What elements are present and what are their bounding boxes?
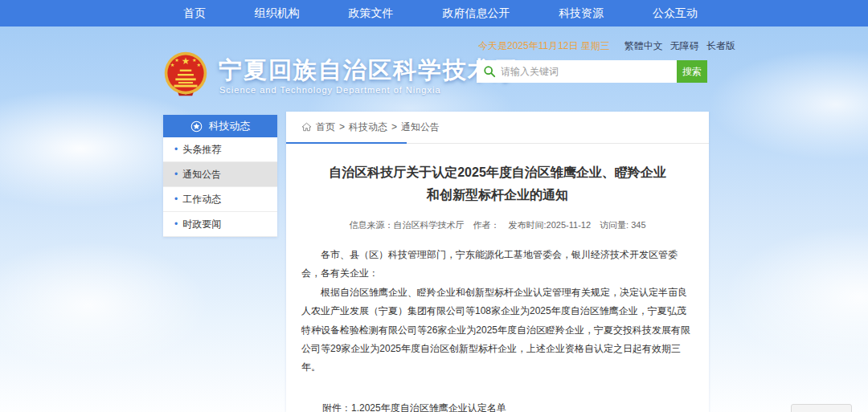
breadcrumb-home[interactable]: 首页 — [316, 120, 335, 134]
site-subtitle: Science and Technology Department of Nin… — [219, 85, 430, 95]
sidebar-item-label: 时政要闻 — [182, 218, 221, 231]
header-meta-row: 今天是2025年11月12日 星期三 繁體中文 无障碍 长者版 — [478, 39, 707, 53]
nav-item-sci-resources[interactable]: 科技资源 — [559, 6, 604, 21]
search-input[interactable] — [501, 66, 670, 77]
svg-text:★: ★ — [170, 62, 175, 67]
attachment-link-1[interactable]: 1.2025年度自治区雏鹰企业认定名单 — [351, 398, 535, 412]
attachments-list: 1.2025年度自治区雏鹰企业认定名单 2.2025年度自治区瞪羚企业认定名单 … — [351, 398, 535, 412]
search-bar: 搜索 — [477, 60, 707, 83]
nav-item-policy[interactable]: 政策文件 — [349, 6, 394, 21]
current-date-text: 今天是2025年11月12日 星期三 — [478, 39, 610, 53]
bullet-icon: • — [174, 194, 178, 205]
bullet-icon: • — [174, 218, 178, 230]
breadcrumb-divider — [286, 142, 709, 144]
attachments-section: 附件： 1.2025年度自治区雏鹰企业认定名单 2.2025年度自治区瞪羚企业认… — [322, 398, 694, 412]
breadcrumb-sci-news[interactable]: 科技动态 — [349, 120, 387, 134]
cloud-decoration — [707, 48, 868, 161]
sidebar-header: 科技动态 — [163, 115, 277, 137]
cloud-decoration — [0, 241, 209, 369]
search-box — [477, 60, 677, 83]
bullet-icon: • — [174, 144, 178, 155]
sidebar-item-political-news[interactable]: • 时政要闻 — [163, 212, 277, 237]
traditional-chinese-link[interactable]: 繁體中文 — [624, 39, 663, 53]
sidebar-item-label: 通知公告 — [182, 168, 221, 182]
article-meta: 信息来源：自治区科学技术厅 作者： 发布时间:2025-11-12 访问量: 3… — [301, 219, 694, 231]
top-navigation-bar: 首页 组织机构 政策文件 政府信息公开 科技资源 公众互动 — [0, 0, 868, 27]
meta-author: 作者： — [473, 220, 499, 230]
nav-item-gov-info[interactable]: 政府信息公开 — [442, 6, 510, 21]
search-icon — [483, 65, 496, 78]
breadcrumb-separator: > — [339, 121, 345, 133]
home-icon — [301, 122, 312, 132]
meta-source: 信息来源：自治区科学技术厅 — [349, 220, 464, 230]
attachments-label: 附件： — [322, 398, 351, 412]
elderly-version-link[interactable]: 长者版 — [706, 39, 735, 53]
star-circle-icon — [190, 120, 203, 133]
site-title: 宁夏回族自治区科学技术厅 — [219, 55, 518, 87]
meta-views: 访问量: 345 — [600, 220, 645, 230]
breadcrumb: 首页 > 科技动态 > 通知公告 — [301, 112, 694, 142]
sidebar-item-headlines[interactable]: • 头条推荐 — [163, 137, 277, 162]
article-body: 各市、县（区）科技管理部门，宁东能源化工基地管委会，银川经济技术开发区管委会，各… — [301, 246, 694, 377]
article-title: 自治区科技厅关于认定2025年度自治区雏鹰企业、瞪羚企业 和创新型标杆企业的通知 — [301, 161, 694, 206]
bullet-icon: • — [174, 169, 178, 180]
sidebar-title: 科技动态 — [209, 119, 251, 133]
svg-text:★: ★ — [174, 57, 179, 63]
breadcrumb-notices[interactable]: 通知公告 — [401, 120, 440, 134]
sidebar-item-notices[interactable]: • 通知公告 — [163, 162, 277, 187]
top-navigation-items: 首页 组织机构 政策文件 政府信息公开 科技资源 公众互动 — [183, 0, 698, 27]
article-paragraph: 各市、县（区）科技管理部门，宁东能源化工基地管委会，银川经济技术开发区管委会，各… — [301, 246, 694, 284]
nav-item-organization[interactable]: 组织机构 — [255, 6, 300, 21]
sidebar-item-work-updates[interactable]: • 工作动态 — [163, 187, 277, 212]
national-emblem-icon: ★ ★ ★ ★ ★ — [162, 51, 209, 97]
sidebar-item-label: 工作动态 — [182, 193, 221, 206]
cloud-decoration — [723, 225, 868, 369]
floating-widget[interactable] — [791, 404, 852, 412]
accessibility-link[interactable]: 无障碍 — [670, 39, 699, 53]
breadcrumb-divider-accent — [286, 142, 407, 144]
svg-text:★: ★ — [182, 55, 190, 66]
page-background: 首页 组织机构 政策文件 政府信息公开 科技资源 公众互动 ★ ★ ★ ★ ★ … — [0, 0, 868, 412]
article-title-line2: 和创新型标杆企业的通知 — [301, 184, 694, 206]
sidebar: 科技动态 • 头条推荐 • 通知公告 • 工作动态 • 时政要闻 — [163, 115, 277, 237]
search-button[interactable]: 搜索 — [677, 60, 707, 83]
article-title-line1: 自治区科技厅关于认定2025年度自治区雏鹰企业、瞪羚企业 — [301, 161, 694, 184]
article-paragraph: 根据自治区雏鹰企业、瞪羚企业和创新型标杆企业认定管理有关规定，决定认定半亩良人农… — [301, 284, 694, 377]
national-emblem-logo[interactable]: ★ ★ ★ ★ ★ — [162, 51, 209, 97]
svg-text:★: ★ — [196, 62, 201, 67]
breadcrumb-separator: > — [391, 121, 397, 133]
meta-publish-time: 发布时间:2025-11-12 — [509, 220, 592, 230]
nav-item-public-interaction[interactable]: 公众互动 — [653, 6, 698, 21]
main-content-panel: 首页 > 科技动态 > 通知公告 自治区科技厅关于认定2025年度自治区雏鹰企业… — [286, 112, 709, 412]
sidebar-item-label: 头条推荐 — [182, 143, 221, 157]
nav-item-home[interactable]: 首页 — [183, 6, 206, 21]
